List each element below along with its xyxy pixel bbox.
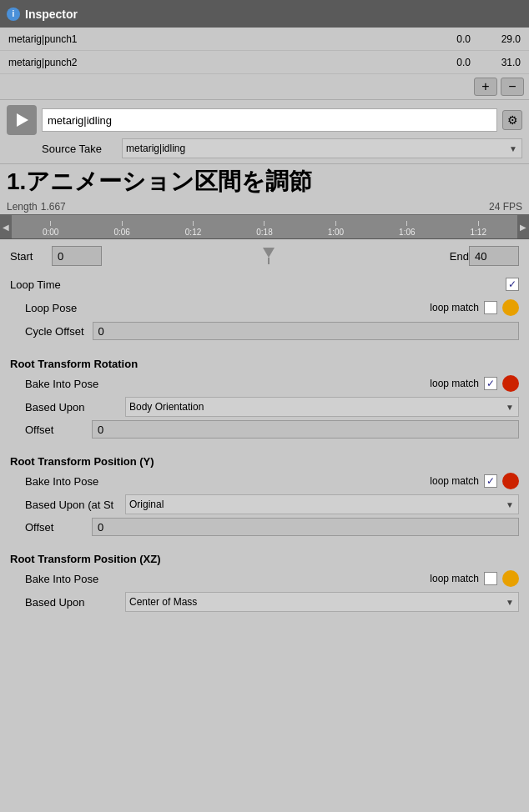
pos-xz-loop-match-label: loop match: [430, 573, 479, 584]
pos-y-based-upon-select[interactable]: OriginalBody Orientation: [125, 494, 519, 514]
loop-pose-checkbox[interactable]: [484, 301, 497, 314]
pos-xz-bake-indicator: [502, 570, 519, 587]
rotation-bake-label: Bake Into Pose: [25, 378, 98, 390]
pos-xz-based-upon-label: Based Upon: [25, 596, 125, 609]
rotation-based-upon-row: Based Upon Body OrientationOriginal ▼: [10, 397, 519, 417]
root-rotation-header: Root Transform Rotation: [10, 358, 519, 370]
anim-name-row: ⚙: [7, 105, 522, 135]
pos-y-based-upon-label: Based Upon (at St: [25, 499, 125, 511]
loop-pose-label: Loop Pose: [25, 302, 77, 314]
pos-xz-based-upon-select[interactable]: Center of MassOriginal: [125, 592, 519, 612]
rotation-based-upon-dropdown-wrapper[interactable]: Body OrientationOriginal ▼: [125, 397, 519, 417]
pos-y-bake-label: Bake Into Pose: [25, 475, 98, 488]
tick-line: [406, 221, 407, 226]
rotation-offset-row: Offset 0: [10, 420, 519, 439]
pos-y-based-upon-dropdown-wrapper[interactable]: OriginalBody Orientation ▼: [125, 494, 519, 514]
source-take-label: Source Take: [42, 143, 117, 155]
tl-tick-4: 1:00: [300, 215, 371, 238]
row1-name: metarig|punch1: [8, 33, 421, 45]
japanese-text: 1.アニメーション区間を調節: [7, 168, 312, 194]
tick-line: [335, 221, 336, 226]
timeline-scroll-left[interactable]: ◀: [0, 215, 12, 238]
timeline-scroll-right[interactable]: ▶: [517, 215, 529, 238]
big-text-section: 1.アニメーション区間を調節: [0, 164, 529, 199]
row2-val2: 31.0: [471, 57, 521, 68]
tl-tick-1: 0:06: [86, 215, 157, 238]
tl-tick-2: 0:12: [158, 215, 229, 238]
row1-val1: 0.0: [421, 33, 471, 45]
source-row: Source Take metarig|idling ▼: [42, 138, 522, 158]
tl-tick-6: 1:12: [443, 215, 514, 238]
tl-tick-3: 0:18: [229, 215, 300, 238]
remove-button[interactable]: −: [501, 78, 524, 96]
cycle-offset-label: Cycle Offset: [25, 325, 84, 338]
source-take-select[interactable]: metarig|idling: [122, 138, 522, 158]
cursor-area: [102, 248, 436, 264]
pos-xz-based-upon-row: Based Upon Center of MassOriginal ▼: [10, 592, 519, 612]
start-end-row: Start End: [10, 246, 519, 266]
loop-time-checkbox[interactable]: [506, 278, 519, 291]
cursor-icon: [260, 248, 277, 264]
pos-xz-bake-row: Bake Into Pose loop match: [10, 569, 519, 589]
pos-y-offset-row: Offset 0: [10, 518, 519, 536]
table-row: metarig|punch2 0.0 31.0: [0, 51, 529, 74]
source-take-dropdown-wrapper[interactable]: metarig|idling ▼: [122, 138, 522, 158]
rotation-offset-value: 0: [92, 420, 519, 439]
start-input[interactable]: [52, 246, 102, 266]
rotation-based-upon-label: Based Upon: [25, 401, 125, 414]
timeline-bar[interactable]: ◀ 0:00 0:06 0:12 0:18 1:00 1:06 1:12: [0, 214, 529, 239]
pos-y-offset-value: 0: [92, 518, 519, 536]
loop-pose-row: Loop Pose loop match: [10, 298, 519, 318]
pos-xz-bake-checkbox[interactable]: [484, 572, 497, 585]
row2-name: metarig|punch2: [8, 57, 421, 68]
rotation-offset-label: Offset: [25, 424, 92, 436]
tick-line: [478, 221, 479, 226]
pos-y-offset-label: Offset: [25, 521, 92, 534]
tl-tick-0: 0:00: [15, 215, 86, 238]
add-button[interactable]: +: [474, 78, 497, 96]
play-icon: [17, 113, 28, 127]
tick-line: [122, 221, 123, 226]
play-button[interactable]: [7, 105, 37, 135]
loop-time-row: Loop Time: [10, 274, 519, 294]
start-label: Start: [10, 250, 52, 263]
length-value: 1.667: [41, 201, 66, 213]
tl-tick-5: 1:06: [371, 215, 442, 238]
cycle-offset-input[interactable]: [93, 322, 519, 340]
cycle-offset-row: Cycle Offset: [10, 321, 519, 341]
row2-val1: 0.0: [421, 57, 471, 68]
animation-section: ⚙ Source Take metarig|idling ▼: [0, 100, 529, 164]
root-position-xz-header: Root Transform Position (XZ): [10, 553, 519, 565]
loop-time-label: Loop Time: [10, 278, 61, 291]
tick-line: [193, 221, 194, 226]
rotation-bake-row: Bake Into Pose loop match: [10, 373, 519, 393]
loop-pose-loop-match-label: loop match: [430, 302, 479, 313]
table-area: metarig|punch1 0.0 29.0 metarig|punch2 0…: [0, 28, 529, 100]
loop-pose-indicator: [502, 299, 519, 316]
tick-line: [50, 221, 51, 226]
length-row: Length 1.667 24 FPS: [0, 199, 529, 214]
table-buttons: + −: [0, 74, 529, 99]
end-input[interactable]: [469, 246, 519, 266]
animation-name-input[interactable]: [42, 108, 497, 132]
pos-y-bake-indicator: [502, 473, 519, 489]
pos-y-bake-checkbox[interactable]: [484, 474, 497, 488]
pos-xz-bake-label: Bake Into Pose: [25, 573, 98, 585]
table-row: metarig|punch1 0.0 29.0: [0, 28, 529, 51]
rotation-loop-match-label: loop match: [430, 378, 479, 389]
rotation-based-upon-select[interactable]: Body OrientationOriginal: [125, 397, 519, 417]
pos-y-based-upon-row: Based Upon (at St OriginalBody Orientati…: [10, 494, 519, 514]
length-label: Length: [7, 201, 38, 213]
pos-xz-based-upon-dropdown-wrapper[interactable]: Center of MassOriginal ▼: [125, 592, 519, 612]
end-label: End: [436, 250, 469, 263]
row1-val2: 29.0: [471, 33, 521, 45]
inspector-title: Inspector: [25, 8, 78, 21]
rotation-bake-checkbox[interactable]: [484, 377, 497, 390]
settings-area: Start End Loop Time Loop Pose loop match…: [0, 239, 529, 622]
timeline-inner: 0:00 0:06 0:12 0:18 1:00 1:06 1:12: [12, 215, 517, 238]
inspector-header: i Inspector: [0, 0, 529, 28]
gear-button[interactable]: ⚙: [502, 110, 522, 130]
root-position-y-header: Root Transform Position (Y): [10, 455, 519, 468]
tick-line: [264, 221, 264, 226]
fps-value: 24 FPS: [489, 201, 522, 213]
